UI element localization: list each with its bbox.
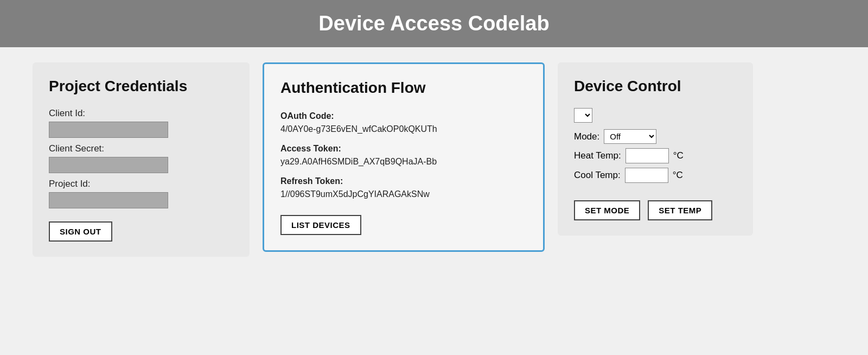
credentials-panel: Project Credentials Client Id: Client Se… [33,62,250,257]
refresh-token-section: Refresh Token: 1//096ST9umX5dJpCgYIARAGA… [280,175,527,201]
page-title: Device Access Codelab [318,12,549,35]
cool-temp-input[interactable] [625,168,668,183]
action-buttons-row: SET MODE SET TEMP [574,193,737,220]
mode-select[interactable]: Off Heat Cool HeatCool [604,129,656,144]
set-mode-button[interactable]: SET MODE [574,200,640,220]
client-secret-label: Client Secret: [49,143,233,154]
access-token-label: Access Token: [280,144,341,153]
device-control-title: Device Control [574,78,737,95]
refresh-token-label: Refresh Token: [280,176,343,186]
client-id-input[interactable] [49,122,168,138]
project-id-input[interactable] [49,192,168,208]
auth-panel: Authentication Flow OAuth Code: 4/0AY0e-… [263,62,545,252]
client-id-label: Client Id: [49,108,233,119]
auth-title: Authentication Flow [280,79,527,97]
device-control-panel: Device Control Mode: Off Heat Cool HeatC… [558,62,753,236]
device-dropdown[interactable] [574,108,592,123]
cool-temp-unit: °C [673,170,683,181]
heat-temp-input[interactable] [626,148,669,163]
heat-temp-label: Heat Temp: [574,150,621,161]
heat-temp-row: Heat Temp: °C [574,148,737,163]
client-secret-input[interactable] [49,157,168,173]
mode-label: Mode: [574,131,599,142]
oauth-code-label: OAuth Code: [280,111,334,121]
project-id-label: Project Id: [49,179,233,189]
oauth-code-section: OAuth Code: 4/0AY0e-g73E6vEN_wfCakOP0kQK… [280,110,527,136]
mode-row: Mode: Off Heat Cool HeatCool [574,129,737,144]
sign-out-button[interactable]: SIGN OUT [49,221,112,242]
access-token-value: ya29.A0AfH6SMDiB_AX7qB9QHaJA-Bb [280,157,437,166]
list-devices-button[interactable]: LIST DEVICES [280,215,361,235]
oauth-code-value: 4/0AY0e-g73E6vEN_wfCakOP0kQKUTh [280,124,437,134]
access-token-section: Access Token: ya29.A0AfH6SMDiB_AX7qB9QHa… [280,142,527,168]
credentials-title: Project Credentials [49,78,233,95]
cool-temp-label: Cool Temp: [574,170,621,181]
page-header: Device Access Codelab [0,0,868,47]
refresh-token-value: 1//096ST9umX5dJpCgYIARAGAkSNw [280,189,430,199]
set-temp-button[interactable]: SET TEMP [648,200,712,220]
device-selector-row [574,108,737,123]
main-content: Project Credentials Client Id: Client Se… [0,47,868,272]
cool-temp-row: Cool Temp: °C [574,168,737,183]
heat-temp-unit: °C [673,150,684,161]
